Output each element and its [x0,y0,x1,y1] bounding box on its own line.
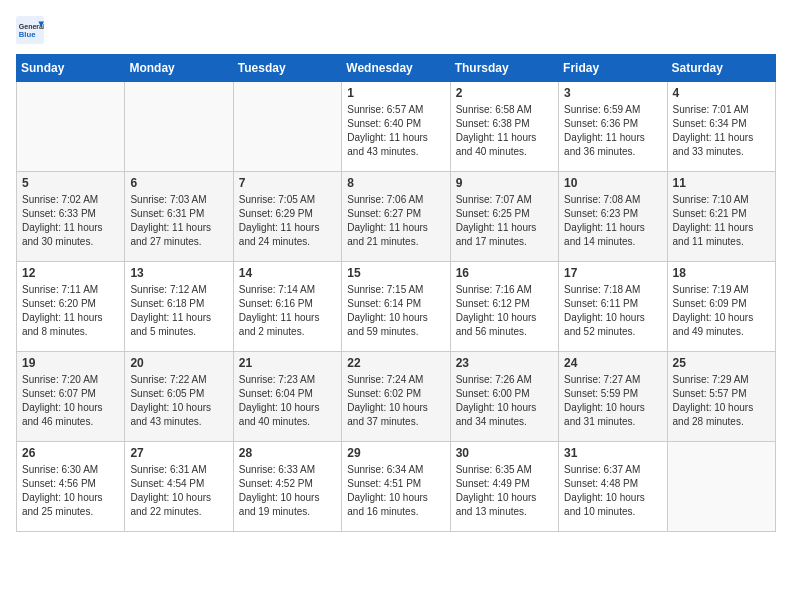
day-info: Sunrise: 6:33 AM Sunset: 4:52 PM Dayligh… [239,463,336,519]
day-info: Sunrise: 7:19 AM Sunset: 6:09 PM Dayligh… [673,283,770,339]
day-info: Sunrise: 7:11 AM Sunset: 6:20 PM Dayligh… [22,283,119,339]
day-number: 12 [22,266,119,280]
day-number: 24 [564,356,661,370]
day-cell: 10Sunrise: 7:08 AM Sunset: 6:23 PM Dayli… [559,172,667,262]
day-cell: 24Sunrise: 7:27 AM Sunset: 5:59 PM Dayli… [559,352,667,442]
day-number: 13 [130,266,227,280]
day-number: 9 [456,176,553,190]
day-info: Sunrise: 7:24 AM Sunset: 6:02 PM Dayligh… [347,373,444,429]
day-number: 25 [673,356,770,370]
day-cell: 26Sunrise: 6:30 AM Sunset: 4:56 PM Dayli… [17,442,125,532]
day-number: 6 [130,176,227,190]
logo: General Blue [16,16,48,44]
day-cell: 21Sunrise: 7:23 AM Sunset: 6:04 PM Dayli… [233,352,341,442]
day-cell: 5Sunrise: 7:02 AM Sunset: 6:33 PM Daylig… [17,172,125,262]
day-cell [125,82,233,172]
day-info: Sunrise: 7:26 AM Sunset: 6:00 PM Dayligh… [456,373,553,429]
day-info: Sunrise: 6:34 AM Sunset: 4:51 PM Dayligh… [347,463,444,519]
day-number: 31 [564,446,661,460]
col-header-thursday: Thursday [450,55,558,82]
week-row-5: 26Sunrise: 6:30 AM Sunset: 4:56 PM Dayli… [17,442,776,532]
day-info: Sunrise: 7:22 AM Sunset: 6:05 PM Dayligh… [130,373,227,429]
day-info: Sunrise: 7:27 AM Sunset: 5:59 PM Dayligh… [564,373,661,429]
day-number: 18 [673,266,770,280]
day-number: 2 [456,86,553,100]
day-cell [17,82,125,172]
day-number: 23 [456,356,553,370]
day-info: Sunrise: 6:57 AM Sunset: 6:40 PM Dayligh… [347,103,444,159]
day-cell: 30Sunrise: 6:35 AM Sunset: 4:49 PM Dayli… [450,442,558,532]
day-number: 5 [22,176,119,190]
day-info: Sunrise: 7:15 AM Sunset: 6:14 PM Dayligh… [347,283,444,339]
day-number: 8 [347,176,444,190]
day-cell: 11Sunrise: 7:10 AM Sunset: 6:21 PM Dayli… [667,172,775,262]
day-info: Sunrise: 6:35 AM Sunset: 4:49 PM Dayligh… [456,463,553,519]
day-cell: 23Sunrise: 7:26 AM Sunset: 6:00 PM Dayli… [450,352,558,442]
day-number: 7 [239,176,336,190]
day-cell: 12Sunrise: 7:11 AM Sunset: 6:20 PM Dayli… [17,262,125,352]
day-cell: 20Sunrise: 7:22 AM Sunset: 6:05 PM Dayli… [125,352,233,442]
col-header-sunday: Sunday [17,55,125,82]
col-header-wednesday: Wednesday [342,55,450,82]
svg-text:Blue: Blue [19,30,36,39]
day-info: Sunrise: 7:29 AM Sunset: 5:57 PM Dayligh… [673,373,770,429]
day-cell: 15Sunrise: 7:15 AM Sunset: 6:14 PM Dayli… [342,262,450,352]
day-info: Sunrise: 7:08 AM Sunset: 6:23 PM Dayligh… [564,193,661,249]
day-number: 20 [130,356,227,370]
day-cell [667,442,775,532]
day-number: 14 [239,266,336,280]
day-cell [233,82,341,172]
day-cell: 17Sunrise: 7:18 AM Sunset: 6:11 PM Dayli… [559,262,667,352]
header-row: SundayMondayTuesdayWednesdayThursdayFrid… [17,55,776,82]
day-cell: 18Sunrise: 7:19 AM Sunset: 6:09 PM Dayli… [667,262,775,352]
day-number: 15 [347,266,444,280]
day-info: Sunrise: 7:05 AM Sunset: 6:29 PM Dayligh… [239,193,336,249]
day-info: Sunrise: 7:10 AM Sunset: 6:21 PM Dayligh… [673,193,770,249]
calendar-table: SundayMondayTuesdayWednesdayThursdayFrid… [16,54,776,532]
week-row-2: 5Sunrise: 7:02 AM Sunset: 6:33 PM Daylig… [17,172,776,262]
day-number: 28 [239,446,336,460]
day-cell: 7Sunrise: 7:05 AM Sunset: 6:29 PM Daylig… [233,172,341,262]
day-number: 4 [673,86,770,100]
day-info: Sunrise: 7:01 AM Sunset: 6:34 PM Dayligh… [673,103,770,159]
week-row-4: 19Sunrise: 7:20 AM Sunset: 6:07 PM Dayli… [17,352,776,442]
day-number: 27 [130,446,227,460]
day-cell: 16Sunrise: 7:16 AM Sunset: 6:12 PM Dayli… [450,262,558,352]
day-cell: 25Sunrise: 7:29 AM Sunset: 5:57 PM Dayli… [667,352,775,442]
day-number: 30 [456,446,553,460]
day-number: 10 [564,176,661,190]
day-info: Sunrise: 6:58 AM Sunset: 6:38 PM Dayligh… [456,103,553,159]
day-info: Sunrise: 7:23 AM Sunset: 6:04 PM Dayligh… [239,373,336,429]
day-info: Sunrise: 6:37 AM Sunset: 4:48 PM Dayligh… [564,463,661,519]
day-cell: 9Sunrise: 7:07 AM Sunset: 6:25 PM Daylig… [450,172,558,262]
day-info: Sunrise: 6:30 AM Sunset: 4:56 PM Dayligh… [22,463,119,519]
col-header-saturday: Saturday [667,55,775,82]
day-cell: 27Sunrise: 6:31 AM Sunset: 4:54 PM Dayli… [125,442,233,532]
day-number: 17 [564,266,661,280]
day-info: Sunrise: 6:59 AM Sunset: 6:36 PM Dayligh… [564,103,661,159]
day-number: 29 [347,446,444,460]
day-cell: 1Sunrise: 6:57 AM Sunset: 6:40 PM Daylig… [342,82,450,172]
day-number: 26 [22,446,119,460]
day-number: 19 [22,356,119,370]
day-number: 11 [673,176,770,190]
logo-icon: General Blue [16,16,44,44]
day-cell: 6Sunrise: 7:03 AM Sunset: 6:31 PM Daylig… [125,172,233,262]
day-cell: 28Sunrise: 6:33 AM Sunset: 4:52 PM Dayli… [233,442,341,532]
col-header-monday: Monday [125,55,233,82]
week-row-3: 12Sunrise: 7:11 AM Sunset: 6:20 PM Dayli… [17,262,776,352]
day-info: Sunrise: 6:31 AM Sunset: 4:54 PM Dayligh… [130,463,227,519]
day-cell: 22Sunrise: 7:24 AM Sunset: 6:02 PM Dayli… [342,352,450,442]
day-number: 3 [564,86,661,100]
day-cell: 14Sunrise: 7:14 AM Sunset: 6:16 PM Dayli… [233,262,341,352]
day-info: Sunrise: 7:06 AM Sunset: 6:27 PM Dayligh… [347,193,444,249]
day-cell: 8Sunrise: 7:06 AM Sunset: 6:27 PM Daylig… [342,172,450,262]
day-cell: 2Sunrise: 6:58 AM Sunset: 6:38 PM Daylig… [450,82,558,172]
day-number: 22 [347,356,444,370]
day-cell: 13Sunrise: 7:12 AM Sunset: 6:18 PM Dayli… [125,262,233,352]
day-number: 21 [239,356,336,370]
day-info: Sunrise: 7:14 AM Sunset: 6:16 PM Dayligh… [239,283,336,339]
day-info: Sunrise: 7:03 AM Sunset: 6:31 PM Dayligh… [130,193,227,249]
week-row-1: 1Sunrise: 6:57 AM Sunset: 6:40 PM Daylig… [17,82,776,172]
day-cell: 19Sunrise: 7:20 AM Sunset: 6:07 PM Dayli… [17,352,125,442]
